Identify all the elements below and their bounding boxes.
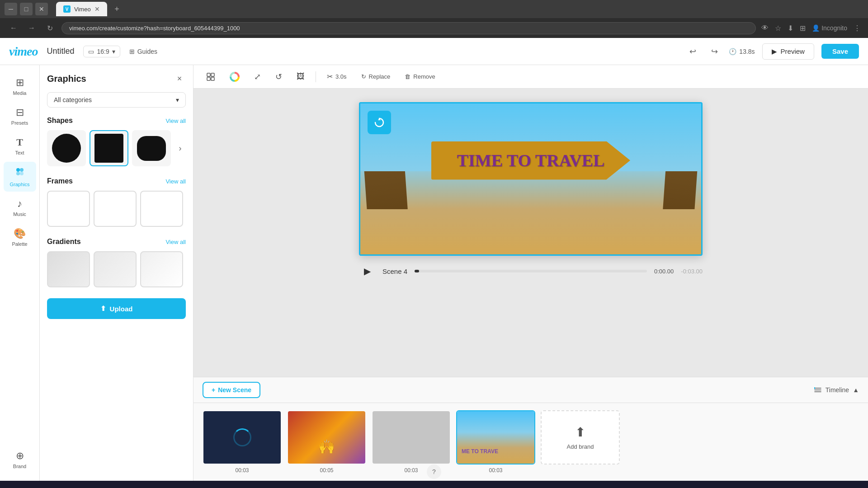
scene-progress-bar[interactable] <box>415 270 647 272</box>
new-scene-button[interactable]: + New Scene <box>203 382 260 398</box>
minimize-button[interactable]: ─ <box>5 3 17 15</box>
sidebar-item-presets[interactable]: ⊟ Presets <box>4 102 36 130</box>
category-dropdown[interactable]: All categories ▾ <box>47 92 186 108</box>
canvas-main-text: TIME TO TRAVEL <box>457 150 605 170</box>
close-window-button[interactable]: ✕ <box>35 3 48 15</box>
sidebar-item-text[interactable]: T Text <box>4 132 36 160</box>
graphics-label: Graphics <box>9 182 29 187</box>
remove-button[interactable]: 🗑 Remove <box>401 71 439 82</box>
sidebar-item-brand[interactable]: ⊕ Brand <box>4 446 36 474</box>
timeline-toggle-button[interactable]: Timeline ▲ <box>814 386 859 394</box>
sidebar-item-media[interactable]: ⊞ Media <box>4 72 36 100</box>
color-picker-button[interactable] <box>226 70 243 84</box>
shapes-view-all[interactable]: View all <box>165 117 186 124</box>
forward-button[interactable]: → <box>25 22 38 34</box>
svg-point-0 <box>16 168 20 172</box>
replace-button[interactable]: ↻ Replace <box>358 71 394 82</box>
scene-controls: ▶ Scene 4 0:00.00 -0:03.00 <box>359 263 703 279</box>
scene-thumb-1[interactable]: 00:03 <box>203 410 282 474</box>
tab-close-button[interactable]: ✕ <box>94 5 100 13</box>
panel-header: Graphics × <box>47 72 186 85</box>
new-tab-button[interactable]: + <box>111 3 123 15</box>
preview-button[interactable]: ▶ Preview <box>762 43 814 60</box>
tablet-icon[interactable]: ⊞ <box>800 24 806 33</box>
profile-icon[interactable]: 👤 Incognito <box>812 24 847 32</box>
url-input[interactable]: vimeo.com/create/customize?hash=storyboa… <box>61 22 756 34</box>
save-button[interactable]: Save <box>821 44 859 59</box>
frames-view-all[interactable]: View all <box>165 178 186 185</box>
maximize-button[interactable]: □ <box>20 3 33 15</box>
remove-label: Remove <box>413 73 435 80</box>
expand-icon: ⤢ <box>254 72 261 82</box>
layout-toggle-button[interactable] <box>203 70 219 83</box>
scene-4-text: ME TO TRAVE <box>462 448 498 455</box>
brand-icon: ⊕ <box>16 450 24 462</box>
download-icon[interactable]: ⬇ <box>788 24 793 33</box>
sidebar-nav: ⊞ Media ⊟ Presets T Text <box>0 65 40 481</box>
gradient-2[interactable] <box>94 251 137 287</box>
browser-tab[interactable]: V Vimeo ✕ <box>56 2 107 16</box>
scene-loading-spinner <box>233 428 251 446</box>
vimeo-app: vimeo Untitled ▭ 16:9 ▾ ⊞ Guides ↩ ↪ 🕐 1… <box>0 38 868 481</box>
scene-3-time: 00:03 <box>404 467 418 474</box>
aspect-ratio-selector[interactable]: ▭ 16:9 ▾ <box>83 46 120 57</box>
sidebar-item-graphics[interactable]: Graphics <box>4 162 36 192</box>
canvas-sync-icon[interactable] <box>368 111 391 134</box>
help-button[interactable]: ? <box>427 465 441 479</box>
scene-thumb-2[interactable]: 🙌 00:05 <box>287 410 366 474</box>
redo-button[interactable]: ↪ <box>707 44 722 59</box>
frame-3[interactable] <box>140 191 183 227</box>
graphics-icon <box>14 166 25 180</box>
scene-3-thumbnail <box>372 410 451 465</box>
travel-sign: TIME TO TRAVEL <box>431 141 630 180</box>
gradient-1[interactable] <box>47 251 90 287</box>
image-button[interactable]: 🖼 <box>293 70 308 83</box>
scene-play-button[interactable]: ▶ <box>359 263 375 279</box>
concert-hands: 🙌 <box>318 439 335 455</box>
color-wheel-icon <box>230 72 240 82</box>
url-text: vimeo.com/create/customize?hash=storyboa… <box>69 25 240 32</box>
back-button[interactable]: ← <box>7 22 20 34</box>
text-label: Text <box>15 150 24 155</box>
frame-1[interactable] <box>47 191 90 227</box>
sand <box>360 209 701 254</box>
scene-thumb-4[interactable]: ME TO TRAVE 00:03 <box>456 410 535 474</box>
bookmark-icon[interactable]: ☆ <box>775 24 781 33</box>
current-time: 0:00.00 <box>654 268 674 275</box>
presets-label: Presets <box>11 120 28 126</box>
shapes-next-button[interactable]: › <box>175 142 186 155</box>
sidebar-item-music[interactable]: ♪ Music <box>4 193 36 221</box>
panel-title: Graphics <box>47 74 86 84</box>
replace-icon: ↻ <box>361 73 366 80</box>
frame-2[interactable] <box>94 191 137 227</box>
new-scene-label: New Scene <box>218 386 251 394</box>
gradients-view-all[interactable]: View all <box>165 239 186 245</box>
rotate-button[interactable]: ↺ <box>272 70 286 84</box>
shape-rounded-rect[interactable] <box>132 130 171 166</box>
document-title[interactable]: Untitled <box>47 47 74 56</box>
shape-circle[interactable] <box>47 130 86 166</box>
brand-label: Brand <box>13 464 26 469</box>
category-label: All categories <box>54 96 92 103</box>
panel-close-button[interactable]: × <box>173 72 186 85</box>
shapes-section-header: Shapes View all <box>47 117 186 125</box>
add-brand-icon: ⬆ <box>575 425 585 440</box>
guides-button[interactable]: ⊞ Guides <box>129 48 157 55</box>
more-icon[interactable]: ⋮ <box>854 24 861 33</box>
sidebar-item-palette[interactable]: 🎨 Palette <box>4 223 36 251</box>
shape-square[interactable] <box>90 130 128 166</box>
undo-button[interactable]: ↩ <box>685 44 700 59</box>
fullscreen-button[interactable]: ⤢ <box>250 70 264 84</box>
palette-label: Palette <box>12 241 27 247</box>
browser-titlebar: ─ □ ✕ V Vimeo ✕ + <box>0 0 868 18</box>
dropdown-chevron-icon: ▾ <box>176 96 179 103</box>
duration-button[interactable]: ✂ 3.0s <box>323 70 350 83</box>
scene-thumb-3[interactable]: 00:03 <box>372 410 451 474</box>
layout-icon <box>206 72 215 81</box>
text-icon: T <box>16 136 23 148</box>
duration-timer: 🕐 13.8s <box>729 48 755 55</box>
add-brand-button[interactable]: ⬆ Add brand <box>541 410 620 465</box>
gradient-3[interactable] <box>140 251 183 287</box>
upload-button[interactable]: ⬆ Upload <box>47 298 186 319</box>
refresh-button[interactable]: ↻ <box>43 22 56 34</box>
